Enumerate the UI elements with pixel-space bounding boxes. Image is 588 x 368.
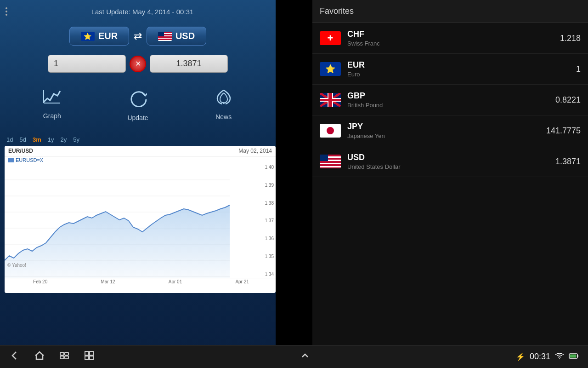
svg-rect-18 (90, 356, 93, 360)
top-bar: Last Update: May 4, 2014 - 00:31 (0, 0, 276, 23)
svg-rect-14 (65, 356, 68, 359)
chart-legend-label: EURUSD=X (16, 157, 43, 163)
favorites-title: Favorites (320, 6, 354, 16)
chf-flag (320, 31, 341, 45)
currency-code-gbp: GBP (347, 91, 549, 101)
amount-input[interactable] (48, 55, 126, 73)
x-axis: Feb 20 Mar 12 Apr 01 Apr 21 (5, 278, 276, 285)
currency-rate-chf: 1.218 (560, 34, 581, 43)
filter-1d[interactable]: 1d (5, 135, 15, 144)
y-label-2: 1.39 (265, 183, 274, 188)
y-axis: 1.40 1.39 1.38 1.37 1.36 1.35 1.34 (265, 164, 274, 278)
jpy-flag (320, 124, 341, 138)
swap-icon[interactable]: ⇄ (134, 30, 142, 42)
currency-info-chf: CHF Swiss Franc (347, 29, 554, 47)
currency-info-jpy: JPY Japanese Yen (347, 122, 540, 139)
filter-3m[interactable]: 3m (31, 135, 43, 144)
filter-5d[interactable]: 5d (17, 135, 28, 144)
currency-code-jpy: JPY (347, 122, 540, 132)
legend-box (8, 158, 14, 162)
update-label: Update (127, 114, 148, 121)
result-display: 1.3871 (150, 55, 228, 73)
chart-area: 1.40 1.39 1.38 1.37 1.36 1.35 1.34 © Yah… (5, 164, 276, 278)
to-currency-label: USD (175, 31, 195, 41)
status-bar: ⚡ 00:31 (0, 345, 588, 368)
x-label-4: Apr 21 (235, 279, 249, 284)
y-label-6: 1.35 (265, 254, 274, 259)
currency-info-eur: EUR Euro (347, 60, 570, 78)
svg-rect-11 (60, 352, 64, 355)
svg-rect-21 (570, 354, 576, 357)
nav-buttons (9, 350, 95, 363)
currency-info-gbp: GBP British Pound (347, 91, 549, 109)
list-item[interactable]: JPY Japanese Yen 141.7775 (312, 115, 588, 146)
eur-flag-list: ⭐ (320, 62, 341, 76)
recents-button[interactable] (59, 350, 70, 363)
currency-name-usd: United States Dollar (347, 163, 549, 170)
left-panel: Last Update: May 4, 2014 - 00:31 ⭐ EUR ⇄… (0, 0, 276, 345)
news-label: News (215, 113, 232, 121)
clear-button[interactable]: ✕ (130, 56, 146, 72)
chart-container: EUR/USD May 02, 2014 EURUSD=X (5, 146, 276, 293)
filter-2y[interactable]: 2y (58, 135, 68, 144)
chart-pair-title: EUR/USD (8, 148, 33, 154)
currency-code-usd: USD (347, 153, 549, 162)
svg-rect-13 (60, 356, 64, 359)
usb-icon: ⚡ (516, 352, 525, 361)
currency-rate-gbp: 0.8221 (555, 95, 581, 105)
svg-point-2 (223, 102, 225, 104)
update-icon (129, 89, 147, 110)
y-label-4: 1.37 (265, 218, 274, 223)
currency-rate-usd: 1.3871 (555, 157, 581, 167)
back-button[interactable] (9, 350, 20, 363)
home-button[interactable] (34, 350, 45, 363)
list-item[interactable]: ⭐ EUR Euro 1 (312, 54, 588, 85)
clock-display: 00:31 (530, 352, 550, 362)
input-area: ✕ 1.3871 (0, 51, 276, 76)
x-label-1: Feb 20 (33, 279, 47, 284)
currency-name-eur: Euro (347, 71, 570, 78)
y-label-3: 1.38 (265, 201, 274, 206)
wifi-icon (555, 352, 564, 362)
chart-header: EUR/USD May 02, 2014 (5, 146, 276, 156)
currency-code-chf: CHF (347, 29, 554, 39)
up-arrow-btn[interactable] (300, 350, 311, 363)
time-filters: 1d 5d 3m 1y 2y 5y (5, 135, 271, 144)
currency-name-jpy: Japanese Yen (347, 132, 540, 139)
svg-rect-17 (85, 356, 89, 360)
from-currency-btn[interactable]: ⭐ EUR (69, 27, 129, 46)
to-currency-btn[interactable]: USD (147, 27, 206, 46)
graph-icon (43, 89, 61, 109)
x-label-2: Mar 12 (101, 279, 115, 284)
chart-svg (5, 164, 253, 278)
currency-code-eur: EUR (347, 60, 570, 70)
last-update-label: Last Update: May 4, 2014 - 00:31 (15, 8, 270, 16)
graph-label: Graph (43, 112, 61, 120)
chart-date: May 02, 2014 (238, 148, 272, 154)
svg-rect-15 (85, 351, 89, 355)
x-label-3: Apr 01 (169, 279, 182, 284)
y-label-7: 1.34 (265, 272, 274, 277)
grid-button[interactable] (84, 350, 95, 363)
svg-rect-20 (577, 355, 578, 357)
list-item[interactable]: USD United States Dollar 1.3871 (312, 146, 588, 177)
list-item[interactable]: GBP British Pound 0.8221 (312, 85, 588, 115)
currency-name-gbp: British Pound (347, 102, 549, 109)
graph-button[interactable]: Graph (20, 84, 84, 127)
news-button[interactable]: News (192, 84, 256, 127)
currency-info-usd: USD United States Dollar (347, 153, 549, 170)
svg-rect-16 (90, 351, 93, 355)
y-label-5: 1.36 (265, 236, 274, 241)
y-label-1: 1.40 (265, 165, 274, 170)
usd-flag (158, 32, 172, 41)
right-panel: Favorites CHF Swiss Franc 1.218 ⭐ EUR Eu… (312, 0, 588, 345)
list-item[interactable]: CHF Swiss Franc 1.218 (312, 23, 588, 54)
filter-1y[interactable]: 1y (46, 135, 56, 144)
menu-icon[interactable] (6, 7, 7, 16)
filter-5y[interactable]: 5y (71, 135, 81, 144)
yahoo-credit: © Yahoo! (7, 263, 26, 268)
currency-selector: ⭐ EUR ⇄ USD (5, 23, 271, 49)
currency-list: CHF Swiss Franc 1.218 ⭐ EUR Euro 1 GBP B… (312, 23, 588, 177)
action-buttons: Graph Update News (0, 78, 276, 132)
update-button[interactable]: Update (106, 84, 170, 127)
